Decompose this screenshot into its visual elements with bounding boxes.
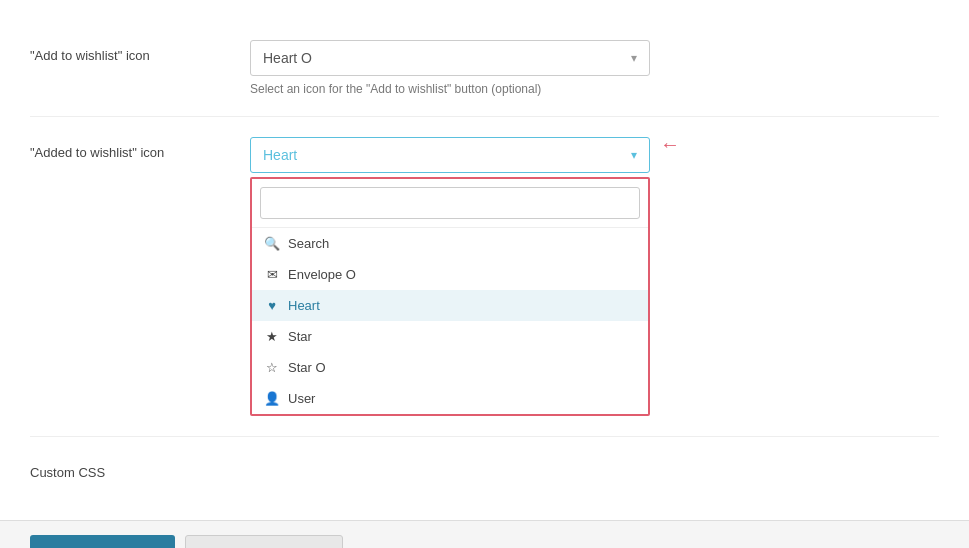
save-changes-button[interactable]: SAVE CHANGES [30,535,175,548]
dropdown-item-envelope-o[interactable]: ✉ Envelope O [252,259,648,290]
added-wishlist-selected-value: Heart [263,147,297,163]
heart-icon: ♥ [264,298,280,313]
dropdown-item-label: Envelope O [288,267,356,282]
footer-bar: SAVE CHANGES RESET DEFAULTS [0,520,969,548]
dropdown-item-heart[interactable]: ♥ Heart [252,290,648,321]
star-icon: ★ [264,329,280,344]
added-wishlist-select[interactable]: Heart ▾ [250,137,650,173]
dropdown-list: 🔍 Search ✉ Envelope O ♥ Heart ★ Star [252,228,648,414]
custom-css-label: Custom CSS [30,457,250,480]
dropdown-item-star-o[interactable]: ☆ Star O [252,352,648,383]
add-wishlist-selected-value: Heart O [263,50,312,66]
chevron-down-icon: ▾ [631,148,637,162]
add-wishlist-hint: Select an icon for the "Add to wishlist"… [250,82,939,96]
dropdown-item-label: Search [288,236,329,251]
dropdown-item-star[interactable]: ★ Star [252,321,648,352]
star-o-icon: ☆ [264,360,280,375]
custom-css-row: Custom CSS [30,437,939,500]
add-wishlist-row: "Add to wishlist" icon Heart O ▾ Select … [30,20,939,117]
add-wishlist-label: "Add to wishlist" icon [30,40,250,63]
chevron-down-icon: ▾ [631,51,637,65]
search-icon: 🔍 [264,236,280,251]
dropdown-item-search[interactable]: 🔍 Search [252,228,648,259]
dropdown-item-label: Heart [288,298,320,313]
add-wishlist-select[interactable]: Heart O ▾ [250,40,650,76]
added-wishlist-row: "Added to wishlist" icon Heart ▾ ← 🔍 Sea… [30,117,939,437]
envelope-icon: ✉ [264,267,280,282]
dropdown-item-user[interactable]: 👤 User [252,383,648,414]
settings-form: "Add to wishlist" icon Heart O ▾ Select … [0,0,969,520]
dropdown-search-input[interactable] [260,187,640,219]
dropdown-item-label: User [288,391,315,406]
dropdown-search-wrapper [252,179,648,228]
add-wishlist-control: Heart O ▾ Select an icon for the "Add to… [250,40,939,96]
dropdown-item-label: Star [288,329,312,344]
arrow-indicator: ← [660,132,680,155]
added-wishlist-control: Heart ▾ ← 🔍 Search ✉ Envelope [250,137,939,416]
icon-dropdown: 🔍 Search ✉ Envelope O ♥ Heart ★ Star [250,177,650,416]
user-icon: 👤 [264,391,280,406]
dropdown-item-label: Star O [288,360,326,375]
added-wishlist-label: "Added to wishlist" icon [30,137,250,160]
reset-defaults-button[interactable]: RESET DEFAULTS [185,535,343,548]
